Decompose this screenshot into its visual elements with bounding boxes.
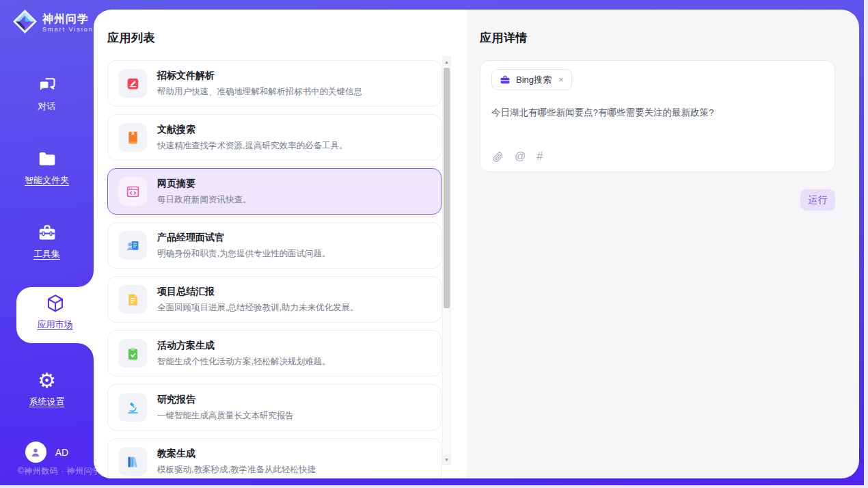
scrollbar-thumb[interactable] <box>444 68 450 308</box>
briefcase-icon <box>500 74 511 85</box>
app-card-desc: 帮助用户快速、准确地理解和解析招标书中的关键信息 <box>157 86 362 98</box>
sidebar-item-smart-folder[interactable]: 智能文件夹 <box>0 149 94 187</box>
main-content: 应用列表 招标文件解析 帮助用户快速、准确地理解和解析招标书中的关键信息 <box>94 10 859 478</box>
sidebar-item-chat[interactable]: 对话 <box>0 75 94 113</box>
sidebar-item-app-market[interactable]: 应用市场 <box>16 287 94 343</box>
diamond-logo-icon <box>12 9 38 37</box>
user-initials: AD <box>55 447 68 458</box>
app-card-name: 文献搜索 <box>157 124 347 136</box>
app-detail-title: 应用详情 <box>480 30 859 46</box>
app-card-desc: 全面回顾项目进展,总结经验教训,助力未来优化发展。 <box>157 302 358 314</box>
brand-logo: 神州问学 Smart Vision <box>12 9 94 37</box>
prompt-input-card[interactable]: Bing搜索 × 今日湖北有哪些新闻要点?有哪些需要关注的最新政策? @ # <box>480 60 835 172</box>
sidebar-item-settings[interactable]: ⚙ 系统设置 <box>0 370 94 408</box>
app-card-name: 活动方案生成 <box>157 340 330 352</box>
scroll-up-icon[interactable]: ▲ <box>443 57 450 66</box>
microscope-icon <box>118 393 147 422</box>
gear-icon: ⚙ <box>0 370 94 391</box>
person-icon <box>29 446 42 459</box>
books-icon <box>118 447 147 476</box>
app-card-name: 招标文件解析 <box>157 70 362 82</box>
input-toolbar: @ # <box>492 150 543 163</box>
chip-close-icon[interactable]: × <box>558 74 564 85</box>
app-card-desc: 智能生成个性化活动方案,轻松解决规划难题。 <box>157 356 330 368</box>
webpage-code-icon <box>118 177 147 206</box>
app-card-name: 项目总结汇报 <box>157 286 358 298</box>
brand-name: 神州问学 <box>42 13 94 25</box>
toolbox-icon <box>0 223 94 243</box>
run-row: 运行 <box>480 189 835 211</box>
app-card-project-summary[interactable]: 项目总结汇报 全面回顾项目进展,总结经验教训,助力未来优化发展。 <box>107 276 442 323</box>
sidebar-item-toolset[interactable]: 工具集 <box>0 223 94 260</box>
summary-doc-icon <box>118 285 147 314</box>
app-list-pane: 应用列表 招标文件解析 帮助用户快速、准确地理解和解析招标书中的关键信息 <box>94 10 466 478</box>
app-card-desc: 明确身份和职责,为您提供专业性的面试问题。 <box>157 248 330 260</box>
attachment-icon[interactable] <box>492 151 504 163</box>
app-card-webpage-summary[interactable]: 网页摘要 每日政府新闻资讯快查。 <box>107 168 442 215</box>
app-card-event-plan[interactable]: 活动方案生成 智能生成个性化活动方案,轻松解决规划难题。 <box>107 330 442 377</box>
folder-icon <box>0 149 94 170</box>
tool-chip-label: Bing搜索 <box>516 74 552 86</box>
literature-book-icon <box>118 123 147 152</box>
sidebar-item-label: 智能文件夹 <box>0 174 94 187</box>
bubble-curve-top <box>77 271 94 287</box>
app-card-desc: 每日政府新闻资讯快查。 <box>157 194 252 206</box>
mention-icon[interactable]: @ <box>515 150 526 163</box>
sidebar-item-label: 系统设置 <box>0 396 94 408</box>
app-card-tender-parse[interactable]: 招标文件解析 帮助用户快速、准确地理解和解析招标书中的关键信息 <box>107 60 442 107</box>
sidebar-item-label: 应用市场 <box>16 318 94 331</box>
bubble-curve-bottom <box>77 343 94 360</box>
app-card-name: 教案生成 <box>157 448 316 460</box>
app-card-name: 研究报告 <box>157 394 294 406</box>
sidebar-item-label: 对话 <box>0 100 94 113</box>
app-card-desc: 模板驱动,教案秒成,教学准备从此轻松快捷 <box>157 464 316 476</box>
app-list: 招标文件解析 帮助用户快速、准确地理解和解析招标书中的关键信息 文献搜索 快速精… <box>107 60 442 478</box>
scroll-down-icon[interactable]: ▼ <box>443 455 450 464</box>
app-card-desc: 快速精准查找学术资源,提高研究效率的必备工具。 <box>157 140 347 152</box>
sidebar-item-label: 工具集 <box>0 248 94 260</box>
run-button[interactable]: 运行 <box>800 189 835 211</box>
clipboard-check-icon <box>118 339 147 368</box>
interviewer-icon <box>118 231 147 260</box>
app-card-pm-interviewer[interactable]: 产品经理面试官 明确身份和职责,为您提供专业性的面试问题。 <box>107 222 442 269</box>
user-account[interactable]: AD <box>0 442 94 463</box>
tender-doc-icon <box>118 69 147 98</box>
app-card-desc: 一键智能生成高质量长文本研究报告 <box>157 410 294 422</box>
app-list-title: 应用列表 <box>107 30 466 46</box>
app-card-name: 网页摘要 <box>157 178 252 190</box>
list-scrollbar[interactable]: ▲ ▼ <box>442 56 451 465</box>
app-card-research-report[interactable]: 研究报告 一键智能生成高质量长文本研究报告 <box>107 384 442 431</box>
avatar <box>25 442 46 463</box>
brand-tagline: Smart Vision <box>42 26 94 33</box>
tool-chip-bing-search[interactable]: Bing搜索 × <box>491 69 572 90</box>
app-card-lesson-plan[interactable]: 教案生成 模板驱动,教案秒成,教学准备从此轻松快捷 <box>107 438 442 478</box>
hash-icon[interactable]: # <box>537 150 543 163</box>
cube-icon <box>16 293 94 314</box>
prompt-text[interactable]: 今日湖北有哪些新闻要点?有哪些需要关注的最新政策? <box>491 107 824 119</box>
chat-icon <box>0 75 94 96</box>
app-card-name: 产品经理面试官 <box>157 232 330 244</box>
app-card-literature-search[interactable]: 文献搜索 快速精准查找学术资源,提高研究效率的必备工具。 <box>107 114 442 161</box>
app-detail-pane: 应用详情 Bing搜索 × 今日湖北有哪些新闻要点?有哪些需要关注的最新政策? <box>466 10 859 478</box>
